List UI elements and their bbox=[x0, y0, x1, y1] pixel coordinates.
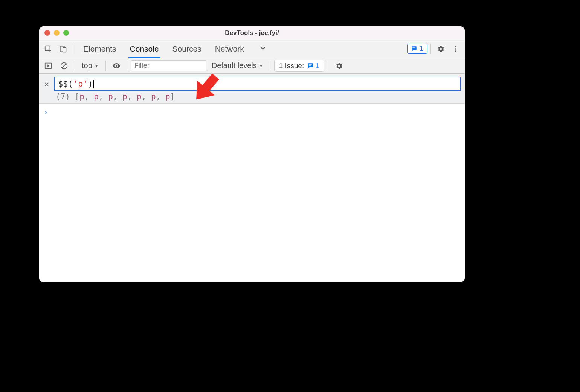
svg-point-7 bbox=[455, 50, 456, 52]
separator bbox=[73, 44, 73, 54]
window-title: DevTools - jec.fyi/ bbox=[39, 29, 465, 37]
live-expression-result[interactable]: (7) [p, p, p, p, p, p, p] bbox=[56, 92, 461, 101]
separator bbox=[105, 61, 106, 71]
svg-point-5 bbox=[455, 46, 456, 47]
console-prompt[interactable]: › bbox=[39, 104, 465, 120]
result-element[interactable]: p bbox=[137, 92, 142, 101]
zoom-window-button[interactable] bbox=[63, 30, 69, 36]
prompt-chevron-icon: › bbox=[44, 108, 48, 117]
expr-close-paren: ) bbox=[88, 79, 93, 88]
log-levels-selector[interactable]: Default levels ▼ bbox=[209, 61, 266, 70]
svg-rect-3 bbox=[412, 47, 415, 48]
message-icon bbox=[307, 62, 314, 69]
result-element[interactable]: p bbox=[165, 92, 170, 101]
result-close: ] bbox=[170, 92, 175, 101]
titlebar: DevTools - jec.fyi/ bbox=[39, 26, 465, 40]
tab-elements[interactable]: Elements bbox=[82, 40, 118, 58]
issues-count: 1 bbox=[315, 62, 319, 70]
result-element[interactable]: p bbox=[151, 92, 156, 101]
result-element[interactable]: p bbox=[108, 92, 113, 101]
result-separator: , bbox=[156, 92, 165, 101]
dropdown-caret-icon: ▼ bbox=[95, 64, 99, 68]
feedback-count: 1 bbox=[420, 45, 423, 53]
inspect-element-icon[interactable] bbox=[41, 42, 55, 56]
console-body: ✕ $$('p') (7) [p, p, p, p, p, p, p] › bbox=[39, 74, 465, 282]
expr-open-paren: ( bbox=[68, 79, 73, 88]
tab-sources[interactable]: Sources bbox=[171, 40, 203, 58]
panel-tabs: Elements Console Sources Network bbox=[82, 40, 270, 58]
window-controls bbox=[39, 30, 69, 36]
main-toolbar: Elements Console Sources Network 1 bbox=[39, 40, 465, 58]
devtools-window: DevTools - jec.fyi/ Elements Console Sou… bbox=[39, 26, 465, 282]
separator bbox=[270, 61, 270, 71]
result-element[interactable]: p bbox=[122, 92, 127, 101]
issues-label: 1 Issue: bbox=[279, 62, 304, 70]
result-open: [ bbox=[75, 92, 80, 101]
tab-network[interactable]: Network bbox=[214, 40, 246, 58]
live-expression-input[interactable]: $$('p') bbox=[54, 77, 461, 91]
kebab-menu-icon[interactable] bbox=[449, 42, 462, 56]
clear-console-icon[interactable] bbox=[57, 59, 71, 73]
result-element[interactable]: p bbox=[94, 92, 99, 101]
expr-function: $$ bbox=[58, 79, 68, 88]
close-window-button[interactable] bbox=[44, 30, 50, 36]
close-icon[interactable]: ✕ bbox=[43, 79, 50, 88]
result-separator: , bbox=[99, 92, 108, 101]
context-selector[interactable]: top ▼ bbox=[79, 60, 102, 72]
result-separator: , bbox=[127, 92, 137, 101]
text-cursor bbox=[93, 80, 94, 88]
dropdown-caret-icon: ▼ bbox=[259, 64, 263, 68]
feedback-button[interactable]: 1 bbox=[407, 44, 427, 54]
svg-point-6 bbox=[455, 48, 456, 49]
svg-rect-12 bbox=[309, 64, 312, 65]
svg-point-11 bbox=[116, 65, 117, 66]
separator bbox=[127, 61, 127, 71]
live-expression-row: ✕ $$('p') (7) [p, p, p, p, p, p, p] bbox=[39, 74, 465, 104]
device-toolbar-icon[interactable] bbox=[56, 42, 70, 56]
console-toolbar: top ▼ Default levels ▼ 1 Issue: bbox=[39, 58, 465, 74]
separator bbox=[75, 61, 75, 71]
filter-input[interactable] bbox=[131, 60, 206, 71]
result-separator: , bbox=[142, 92, 151, 101]
separator bbox=[430, 44, 431, 54]
console-settings-icon[interactable] bbox=[332, 59, 346, 73]
settings-icon[interactable] bbox=[434, 42, 447, 56]
context-label: top bbox=[82, 61, 92, 70]
result-separator: , bbox=[84, 92, 94, 101]
separator bbox=[328, 61, 328, 71]
levels-label: Default levels bbox=[212, 61, 257, 70]
svg-rect-4 bbox=[412, 49, 414, 49]
result-element[interactable]: p bbox=[79, 92, 84, 101]
minimize-window-button[interactable] bbox=[54, 30, 60, 36]
svg-line-10 bbox=[62, 64, 66, 68]
svg-rect-2 bbox=[63, 47, 66, 52]
issues-button[interactable]: 1 Issue: 1 bbox=[274, 60, 324, 72]
tab-console[interactable]: Console bbox=[128, 40, 160, 58]
live-expression-eye-icon[interactable] bbox=[110, 59, 123, 73]
message-icon bbox=[411, 46, 417, 52]
expr-string: 'p' bbox=[73, 79, 88, 88]
svg-rect-13 bbox=[309, 65, 311, 66]
more-tabs-icon[interactable] bbox=[256, 42, 270, 56]
toggle-sidebar-icon[interactable] bbox=[41, 59, 55, 73]
result-count: (7) bbox=[56, 92, 70, 101]
result-separator: , bbox=[113, 92, 122, 101]
